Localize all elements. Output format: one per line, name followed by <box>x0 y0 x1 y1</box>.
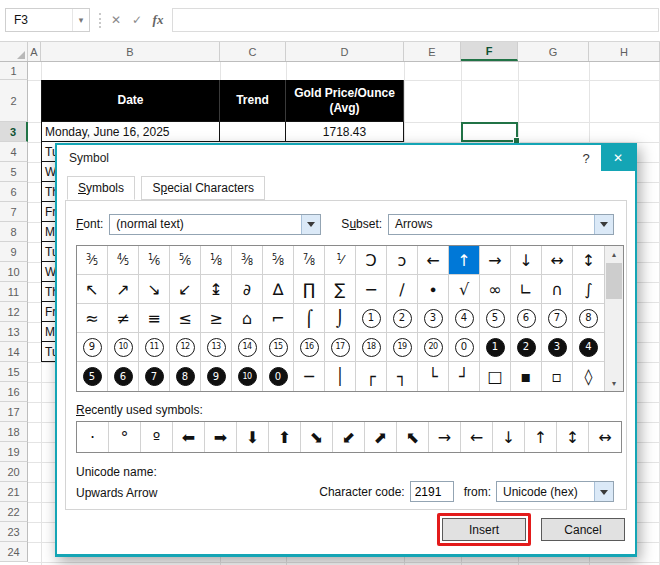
column-header-E[interactable]: E <box>404 42 461 61</box>
symbol-cell[interactable]: 4 <box>449 304 480 333</box>
row-header-18[interactable]: 18 <box>0 422 28 442</box>
symbol-cell[interactable]: ∟ <box>511 275 542 304</box>
symbol-cell[interactable]: 19 <box>387 333 418 362</box>
symbol-cell[interactable]: 1⁄8 <box>201 246 232 275</box>
character-code-input[interactable] <box>410 481 454 502</box>
recent-symbol-cell[interactable]: ↔ <box>589 422 621 452</box>
symbol-cell[interactable]: 7 <box>139 362 170 391</box>
row-header-17[interactable]: 17 <box>0 402 28 422</box>
symbol-cell[interactable]: 4 <box>573 333 604 362</box>
row-header-5[interactable]: 5 <box>0 162 28 182</box>
row-header-2[interactable]: 2 <box>0 80 28 122</box>
scroll-up-icon[interactable]: ▴ <box>605 246 623 262</box>
formula-bar[interactable] <box>172 8 659 32</box>
from-dropdown-icon[interactable] <box>594 482 613 501</box>
scrollbar-thumb[interactable] <box>606 263 622 299</box>
from-combobox[interactable]: Unicode (hex) <box>496 481 614 502</box>
symbol-cell[interactable]: ɔ <box>387 246 418 275</box>
symbol-cell[interactable]: 1 <box>480 333 511 362</box>
symbol-cell[interactable]: ┘ <box>449 362 480 391</box>
symbol-cell[interactable]: │ <box>325 362 356 391</box>
symbol-cell[interactable]: 4⁄5 <box>108 246 139 275</box>
row-header-14[interactable]: 14 <box>0 342 28 362</box>
row-header-3[interactable]: 3 <box>0 122 28 142</box>
symbol-cell[interactable]: ∏ <box>294 275 325 304</box>
symbol-cell[interactable]: ─ <box>294 362 325 391</box>
symbol-cell[interactable]: ≈ <box>77 304 108 333</box>
row-header-10[interactable]: 10 <box>0 262 28 282</box>
subset-dropdown-icon[interactable] <box>594 215 613 234</box>
symbol-cell[interactable]: ≡ <box>139 304 170 333</box>
row-header-11[interactable]: 11 <box>0 282 28 302</box>
symbol-cell[interactable]: ∑ <box>325 275 356 304</box>
symbol-cell[interactable]: ≠ <box>108 304 139 333</box>
insert-button[interactable]: Insert <box>442 518 526 541</box>
dialog-titlebar[interactable]: Symbol ? ✕ <box>57 145 635 171</box>
row-header-9[interactable]: 9 <box>0 242 28 262</box>
symbol-cell[interactable]: ↕ <box>573 246 604 275</box>
symbol-cell[interactable]: 13 <box>201 333 232 362</box>
symbol-cell[interactable]: 9 <box>201 362 232 391</box>
recent-symbol-cell[interactable]: ⬅ <box>173 422 205 452</box>
table-header-trend[interactable]: Trend <box>220 80 286 122</box>
symbol-cell[interactable]: 15 <box>263 333 294 362</box>
symbol-cell[interactable]: ∂ <box>232 275 263 304</box>
tab-symbols[interactable]: Symbols <box>67 176 135 200</box>
help-button[interactable]: ? <box>571 151 601 166</box>
symbol-cell[interactable]: ⌡ <box>325 304 356 333</box>
recent-symbol-cell[interactable]: → <box>429 422 461 452</box>
symbol-cell[interactable]: 0 <box>449 333 480 362</box>
recent-symbol-cell[interactable]: ⬉ <box>397 422 429 452</box>
column-header-C[interactable]: C <box>220 42 286 61</box>
row-header-15[interactable]: 15 <box>0 362 28 382</box>
symbol-cell[interactable]: 1⁄6 <box>139 246 170 275</box>
recent-symbol-cell[interactable]: ↕ <box>557 422 589 452</box>
recent-symbol-cell[interactable]: ⬈ <box>365 422 397 452</box>
symbol-cell[interactable]: 5 <box>77 362 108 391</box>
symbol-cell[interactable]: 5⁄6 <box>170 246 201 275</box>
symbol-cell[interactable]: ↨ <box>201 275 232 304</box>
symbol-cell[interactable]: ┌ <box>356 362 387 391</box>
symbol-cell[interactable]: ∩ <box>542 275 573 304</box>
recent-symbol-cell[interactable]: ⬆ <box>269 422 301 452</box>
recent-symbol-cell[interactable]: ° <box>109 422 141 452</box>
symbol-cell[interactable]: 2 <box>511 333 542 362</box>
symbol-cell[interactable]: ← <box>418 246 449 275</box>
row-header-21[interactable]: 21 <box>0 482 28 502</box>
column-header-G[interactable]: G <box>518 42 589 61</box>
symbol-cell[interactable]: 10 <box>108 333 139 362</box>
selected-cell-f3[interactable] <box>461 122 518 142</box>
close-button[interactable]: ✕ <box>601 145 635 171</box>
symbol-cell[interactable]: 6 <box>108 362 139 391</box>
symbol-cell[interactable]: 3⁄8 <box>232 246 263 275</box>
symbol-cell[interactable]: 9 <box>77 333 108 362</box>
symbol-cell[interactable]: ↘ <box>139 275 170 304</box>
symbol-cell[interactable]: ↙ <box>170 275 201 304</box>
recent-symbol-cell[interactable]: ↓ <box>493 422 525 452</box>
scroll-down-icon[interactable]: ▾ <box>605 375 623 391</box>
row-header-22[interactable]: 22 <box>0 502 28 522</box>
symbol-cell[interactable]: 11 <box>139 333 170 362</box>
symbol-cell[interactable]: 5 <box>480 304 511 333</box>
symbol-cell[interactable]: 18 <box>356 333 387 362</box>
symbol-cell[interactable]: 20 <box>418 333 449 362</box>
symbol-cell[interactable]: 10 <box>232 362 263 391</box>
symbol-cell[interactable]: ⌠ <box>294 304 325 333</box>
select-all-corner[interactable] <box>0 42 28 61</box>
symbol-cell[interactable]: 5⁄8 <box>263 246 294 275</box>
column-header-F[interactable]: F <box>461 42 518 61</box>
symbol-cell[interactable]: 2 <box>387 304 418 333</box>
symbol-cell[interactable]: ↓ <box>511 246 542 275</box>
symbol-cell[interactable]: ∙ <box>418 275 449 304</box>
recent-symbol-cell[interactable]: ⬋ <box>333 422 365 452</box>
row-header-4[interactable]: 4 <box>0 142 28 162</box>
symbol-cell[interactable]: 1⁄ <box>325 246 356 275</box>
row-header-19[interactable]: 19 <box>0 442 28 462</box>
symbol-cell[interactable]: ↖ <box>77 275 108 304</box>
symbol-cell[interactable]: 6 <box>511 304 542 333</box>
symbol-cell[interactable]: 3 <box>542 333 573 362</box>
column-header-B[interactable]: B <box>41 42 220 61</box>
row-header-7[interactable]: 7 <box>0 202 28 222</box>
row-header-6[interactable]: 6 <box>0 182 28 202</box>
font-combobox[interactable]: (normal text) <box>109 214 321 235</box>
